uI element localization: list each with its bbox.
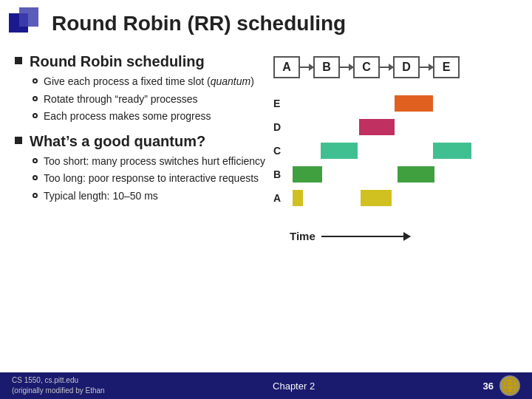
bullet-square-2 bbox=[15, 137, 22, 144]
gantt-bar-a-2 bbox=[361, 190, 392, 206]
dot-icon bbox=[33, 113, 38, 118]
left-column: Round Robin scheduling Give each process… bbox=[15, 53, 266, 242]
gantt-bar-d-1 bbox=[359, 119, 395, 135]
bullet-section-1: Round Robin scheduling Give each process… bbox=[15, 53, 266, 124]
dot-icon bbox=[33, 175, 38, 180]
gantt-label-b: B bbox=[273, 163, 288, 186]
sub-bullet-2-1: Too short: many process switches hurt ef… bbox=[33, 154, 266, 169]
gantt-bar-b-1 bbox=[293, 166, 322, 183]
footer-right: 36 bbox=[483, 375, 520, 396]
queue-arrow-2 bbox=[340, 66, 353, 68]
queue-box-a: A bbox=[273, 56, 300, 78]
footer-credit-2: (originally modified by Ethan bbox=[12, 386, 105, 396]
dot-icon bbox=[33, 193, 38, 198]
sub-bullet-1-2: Rotate through “ready” processes bbox=[33, 92, 266, 107]
gantt-label-e: E bbox=[273, 92, 288, 115]
queue-arrow-4 bbox=[420, 66, 433, 68]
sub-bullet-2-1-text: Too short: many process switches hurt ef… bbox=[44, 154, 265, 169]
gantt-bar-c-2 bbox=[433, 143, 471, 159]
sub-bullets-2: Too short: many process switches hurt ef… bbox=[33, 154, 266, 204]
queue-box-b: B bbox=[313, 56, 340, 78]
queue-arrow-1 bbox=[300, 66, 313, 68]
time-arrow bbox=[321, 236, 410, 237]
gantt-chart: E D C B A bbox=[273, 92, 502, 228]
bullet-section-2: What’s a good quantum? Too short: many p… bbox=[15, 133, 266, 204]
sub-bullet-2-3-text: Typical length: 10–50 ms bbox=[44, 189, 158, 204]
main-content: Round Robin scheduling Give each process… bbox=[0, 46, 532, 250]
globe-icon bbox=[499, 375, 520, 396]
sub-bullet-2-2: Too long: poor response to interactive r… bbox=[33, 171, 266, 186]
queue-box-c: C bbox=[353, 56, 380, 78]
sub-bullets-1: Give each process a fixed time slot (qua… bbox=[33, 75, 266, 124]
gantt-label-a: A bbox=[273, 186, 288, 210]
sub-bullet-2-3: Typical length: 10–50 ms bbox=[33, 189, 266, 204]
dot-icon bbox=[33, 96, 38, 101]
bullet-square-1 bbox=[15, 57, 22, 64]
footer-left: CS 1550, cs.pitt.edu (originally modifie… bbox=[12, 375, 105, 396]
queue-box-e: E bbox=[433, 56, 460, 78]
gantt-bar-a-1 bbox=[293, 190, 303, 206]
footer-chapter: Chapter 2 bbox=[273, 381, 315, 392]
dot-icon bbox=[33, 158, 38, 163]
sub-bullet-1-1: Give each process a fixed time slot (qua… bbox=[33, 75, 266, 89]
time-label: Time bbox=[290, 230, 316, 242]
queue-box-d: D bbox=[393, 56, 420, 78]
page-title: Round Robin (RR) scheduling bbox=[52, 12, 346, 35]
sub-bullet-1-2-text: Rotate through “ready” processes bbox=[44, 92, 198, 107]
footer-page-number: 36 bbox=[483, 381, 494, 392]
header: Round Robin (RR) scheduling bbox=[0, 0, 532, 46]
dot-icon bbox=[33, 78, 38, 83]
top-bullet-2: What’s a good quantum? bbox=[15, 133, 266, 150]
gantt-label-c: C bbox=[273, 139, 288, 163]
sub-bullet-2-2-text: Too long: poor response to interactive r… bbox=[44, 171, 259, 186]
top-bullet-1: Round Robin scheduling bbox=[15, 53, 266, 70]
gantt-bar-c-1 bbox=[321, 143, 358, 159]
gantt-bar-e-1 bbox=[395, 95, 433, 112]
main-bullet-1-text: Round Robin scheduling bbox=[30, 53, 205, 70]
time-row: Time bbox=[290, 230, 517, 242]
sub-bullet-1-1-text: Give each process a fixed time slot (qua… bbox=[44, 75, 254, 89]
svg-rect-1 bbox=[19, 7, 38, 27]
right-column: A B C D E E D C B A bbox=[273, 53, 517, 242]
sub-bullet-1-3-text: Each process makes some progress bbox=[44, 109, 211, 124]
gantt-bar-b-2 bbox=[398, 166, 434, 183]
logo-icon bbox=[9, 7, 41, 40]
main-bullet-2-text: What’s a good quantum? bbox=[30, 133, 205, 150]
queue-arrow-3 bbox=[380, 66, 393, 68]
footer-credit-1: CS 1550, cs.pitt.edu bbox=[12, 375, 105, 386]
sub-bullet-1-3: Each process makes some progress bbox=[33, 109, 266, 124]
footer: CS 1550, cs.pitt.edu (originally modifie… bbox=[0, 372, 532, 399]
queue-diagram: A B C D E bbox=[273, 56, 517, 78]
gantt-label-d: D bbox=[273, 115, 288, 139]
